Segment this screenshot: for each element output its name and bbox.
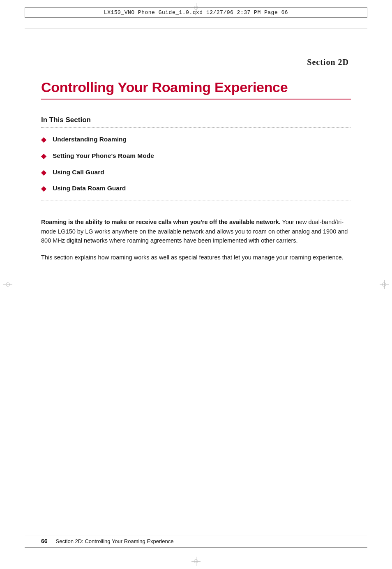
reg-mark-bottom-center bbox=[191, 557, 201, 566]
title-underline bbox=[41, 99, 351, 99]
footer-section-title: Section 2D: Controlling Your Roaming Exp… bbox=[56, 538, 174, 544]
main-content: Section 2D Controlling Your Roaming Expe… bbox=[41, 33, 351, 269]
intro-heading: In This Section bbox=[41, 116, 351, 124]
list-item: ◆ Using Call Guard bbox=[41, 168, 351, 177]
bottom-rule bbox=[25, 547, 367, 548]
page-title: Controlling Your Roaming Experience bbox=[41, 79, 351, 95]
top-rule bbox=[25, 28, 367, 28]
list-item: ◆ Understanding Roaming bbox=[41, 135, 351, 144]
reg-mark-right-center bbox=[380, 280, 389, 289]
header-bar: LX150_VNO Phone Guide_1.0.qxd 12/27/06 2… bbox=[25, 7, 367, 18]
body-bold-text: Roaming is the ability to make or receiv… bbox=[41, 219, 281, 225]
bullet-text-1: Understanding Roaming bbox=[53, 135, 127, 143]
dotted-line-bottom bbox=[41, 201, 351, 201]
dotted-line-top bbox=[41, 127, 351, 128]
body-paragraph-2: This section explains how roaming works … bbox=[41, 253, 351, 262]
body-paragraph-1: Roaming is the ability to make or receiv… bbox=[41, 217, 351, 245]
bullet-text-2: Setting Your Phone's Roam Mode bbox=[53, 152, 154, 160]
list-item: ◆ Using Data Roam Guard bbox=[41, 184, 351, 193]
footer-line bbox=[25, 536, 367, 536]
bullet-text-4: Using Data Roam Guard bbox=[53, 184, 126, 192]
page-container: LX150_VNO Phone Guide_1.0.qxd 12/27/06 2… bbox=[0, 0, 392, 569]
footer-page-number: 66 bbox=[41, 538, 48, 544]
reg-mark-left-center bbox=[3, 280, 12, 289]
section-label: Section 2D bbox=[41, 58, 351, 67]
list-item: ◆ Setting Your Phone's Roam Mode bbox=[41, 152, 351, 161]
diamond-icon-4: ◆ bbox=[41, 185, 46, 193]
header-file-info: LX150_VNO Phone Guide_1.0.qxd 12/27/06 2… bbox=[30, 9, 362, 16]
footer-text: 66 Section 2D: Controlling Your Roaming … bbox=[41, 538, 173, 544]
bullet-list: ◆ Understanding Roaming ◆ Setting Your P… bbox=[41, 135, 351, 193]
diamond-icon-1: ◆ bbox=[41, 136, 46, 144]
diamond-icon-2: ◆ bbox=[41, 152, 46, 161]
diamond-icon-3: ◆ bbox=[41, 169, 46, 177]
page-footer: 66 Section 2D: Controlling Your Roaming … bbox=[41, 538, 351, 544]
bullet-text-3: Using Call Guard bbox=[53, 168, 104, 176]
